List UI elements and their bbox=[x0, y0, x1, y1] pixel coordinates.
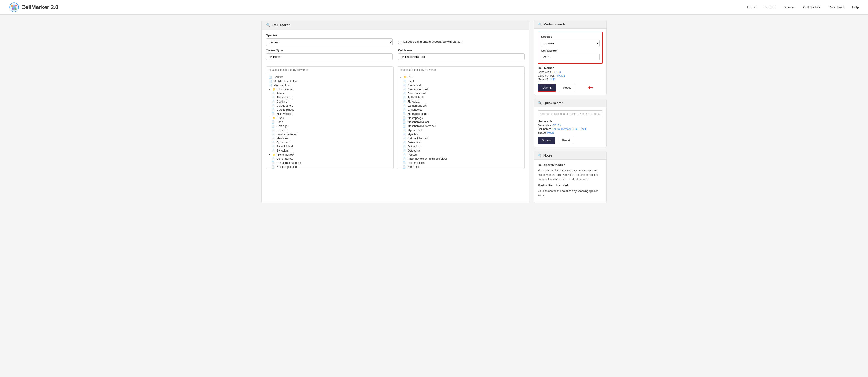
tree-item[interactable]: 📄Sputum bbox=[268, 75, 392, 79]
tree-item[interactable]: 📄Stem cell bbox=[399, 165, 523, 169]
leaf-label: Fibroblast bbox=[408, 100, 420, 103]
tree-item[interactable]: ▼📁Blood vessel bbox=[268, 87, 392, 92]
cell-marker-input[interactable] bbox=[541, 54, 599, 60]
cancer-label: (Choose cell markers associated with can… bbox=[403, 40, 462, 43]
tree-item[interactable]: 📄Carotid plaque bbox=[268, 108, 392, 112]
tree-item[interactable]: 📄B cell bbox=[399, 79, 523, 83]
leaf-label: Carotid artery bbox=[277, 104, 293, 107]
tree-item[interactable]: 📄Endothelial cell bbox=[399, 92, 523, 96]
tree-item[interactable]: ▼📁Bone bbox=[268, 116, 392, 120]
marker-species-select[interactable]: Human Mouse bbox=[541, 40, 599, 47]
leaf-label: Microvessel bbox=[277, 112, 291, 115]
leaf-label: Artery bbox=[277, 92, 284, 95]
tree-item[interactable]: 📄M2 macrophage bbox=[399, 112, 523, 116]
tree-item[interactable]: 📄Pericyte bbox=[399, 153, 523, 157]
nav-search[interactable]: Search bbox=[765, 5, 775, 9]
tree-item[interactable]: 📄Capillary bbox=[268, 100, 392, 104]
tree-item[interactable]: 📄Umbilical cord blood bbox=[268, 79, 392, 83]
gene-id-link[interactable]: 8842 bbox=[549, 78, 556, 81]
tree-item[interactable]: 📄Epithelial cell bbox=[399, 96, 523, 100]
leaf-label: Cartilage bbox=[277, 125, 287, 128]
gene-symbol-line: Gene symbol: PROM1 bbox=[538, 74, 603, 77]
marker-reset-button[interactable]: Reset bbox=[559, 84, 575, 92]
tree-item[interactable]: 📄Bone marrow bbox=[268, 157, 392, 161]
leaf-label: Bone bbox=[277, 121, 283, 124]
tree-item[interactable]: 📄Carotid artery bbox=[268, 104, 392, 108]
tree-item[interactable]: 📄Fibroblast bbox=[399, 100, 523, 104]
tree-item[interactable]: 📄Spinal cord bbox=[268, 140, 392, 144]
tree-item[interactable]: 📄Myeloid cell bbox=[399, 128, 523, 132]
folder-icon: 📁 bbox=[272, 88, 276, 91]
cell-input[interactable] bbox=[405, 55, 522, 59]
doc-icon: 📄 bbox=[271, 157, 275, 160]
doc-icon: 📄 bbox=[271, 108, 275, 111]
leaf-label: Synovial fluid bbox=[277, 145, 293, 148]
tissue-tree-search[interactable] bbox=[267, 67, 393, 73]
species-field-label: Species bbox=[541, 35, 599, 38]
gene-symbol-link[interactable]: PROM1 bbox=[555, 74, 565, 77]
tree-item[interactable]: 📄Progenitor cell bbox=[399, 161, 523, 165]
tree-item[interactable]: 📄Plasmacytoid dendritic cell(pDC) bbox=[399, 157, 523, 161]
marker-submit-button[interactable]: Submit bbox=[538, 84, 556, 92]
notes-widget: 🔍 Notes Cell Search module You can searc… bbox=[534, 151, 607, 203]
cell-tree-search[interactable] bbox=[397, 67, 524, 73]
tree-item[interactable]: 📄Myoblast bbox=[399, 132, 523, 136]
species-select[interactable]: human mouse bbox=[266, 38, 393, 46]
nav-download[interactable]: Download bbox=[829, 5, 844, 9]
tree-item[interactable]: 📄Osteoclast bbox=[399, 144, 523, 148]
doc-icon: 📄 bbox=[271, 141, 275, 144]
doc-icon: 📄 bbox=[402, 149, 406, 152]
folder-label: Blood vessel bbox=[278, 88, 293, 91]
tree-item[interactable]: 📄Langerhans cell bbox=[399, 104, 523, 108]
tree-item[interactable]: 📄Dorsal root ganglion bbox=[268, 161, 392, 165]
tree-item[interactable]: 📄Synovial fluid bbox=[268, 144, 392, 148]
tree-item[interactable]: 📄Natural killer cell bbox=[399, 136, 523, 140]
doc-icon: 📄 bbox=[402, 96, 406, 99]
folder-label: Bone marrow bbox=[278, 153, 293, 156]
tree-item[interactable]: 📄Blood vessel bbox=[268, 96, 392, 100]
tree-item[interactable]: 📄Lumbar vertebra bbox=[268, 132, 392, 136]
hw-cd133-link[interactable]: CD133 bbox=[552, 124, 561, 127]
tree-item[interactable]: 📄Nucleus pulposus bbox=[268, 165, 392, 169]
tree-item[interactable]: ▼📁Bone marrow bbox=[268, 153, 392, 157]
hw-gene-alias: Gene alias: CD133 bbox=[538, 124, 603, 127]
hw-tissue-link[interactable]: Heart bbox=[547, 131, 554, 134]
tree-item[interactable]: 📄Venous blood bbox=[268, 83, 392, 87]
leaf-label: Blood vessel bbox=[277, 96, 292, 99]
nav-cell-tools[interactable]: Cell Tools ▾ bbox=[803, 5, 820, 9]
tree-item[interactable]: 📄Lymphocyte bbox=[399, 108, 523, 112]
tissue-input[interactable] bbox=[273, 55, 390, 59]
gene-alias-link[interactable]: CD133 bbox=[552, 71, 561, 74]
tree-item[interactable]: 📄Synovium bbox=[268, 148, 392, 153]
quick-search-submit-button[interactable]: Submit bbox=[538, 137, 555, 144]
doc-icon: 📄 bbox=[402, 137, 406, 140]
quick-search-reset-button[interactable]: Reset bbox=[558, 137, 574, 144]
quick-search-input[interactable] bbox=[538, 110, 603, 117]
tree-item[interactable]: 📄Macrophage bbox=[399, 116, 523, 120]
tree-item[interactable]: 📄Microvessel bbox=[268, 112, 392, 116]
tree-item[interactable]: 📄Bone bbox=[268, 120, 392, 124]
tree-item[interactable]: 📄Cancer stem cell bbox=[399, 87, 523, 92]
hw-cell-link[interactable]: Central memory CD4+ T cell bbox=[552, 128, 586, 131]
tree-item[interactable]: 📄Artery bbox=[268, 92, 392, 96]
tree-item[interactable]: 📄Mesenchymal cell bbox=[399, 120, 523, 124]
nav-help[interactable]: Help bbox=[852, 5, 859, 9]
tree-item[interactable]: 📄Cancer cell bbox=[399, 83, 523, 87]
at-icon-cell: @ bbox=[401, 55, 404, 59]
cancer-checkbox[interactable] bbox=[398, 41, 401, 44]
tree-item[interactable]: 📄Iliac crest bbox=[268, 128, 392, 132]
nav-browse[interactable]: Browse bbox=[783, 5, 795, 9]
doc-icon: 📄 bbox=[402, 157, 406, 160]
tree-item[interactable]: 📄Osteocyte bbox=[399, 148, 523, 153]
tree-item[interactable]: 📄Mesenchymal stem cell bbox=[399, 124, 523, 128]
svg-point-2 bbox=[11, 5, 13, 7]
tree-item[interactable]: 📄Meniscus bbox=[268, 136, 392, 140]
leaf-label: Plasmacytoid dendritic cell(pDC) bbox=[408, 157, 447, 160]
tree-item[interactable]: 📄Osteoblast bbox=[399, 140, 523, 144]
tree-item[interactable]: ▼📁ALL bbox=[399, 75, 523, 79]
tree-item[interactable]: 📄Cartilage bbox=[268, 124, 392, 128]
nav-home[interactable]: Home bbox=[747, 5, 756, 9]
leaf-label: Capillary bbox=[277, 100, 287, 103]
svg-point-5 bbox=[12, 8, 13, 10]
brand: CellMarker 2.0 bbox=[9, 2, 58, 12]
